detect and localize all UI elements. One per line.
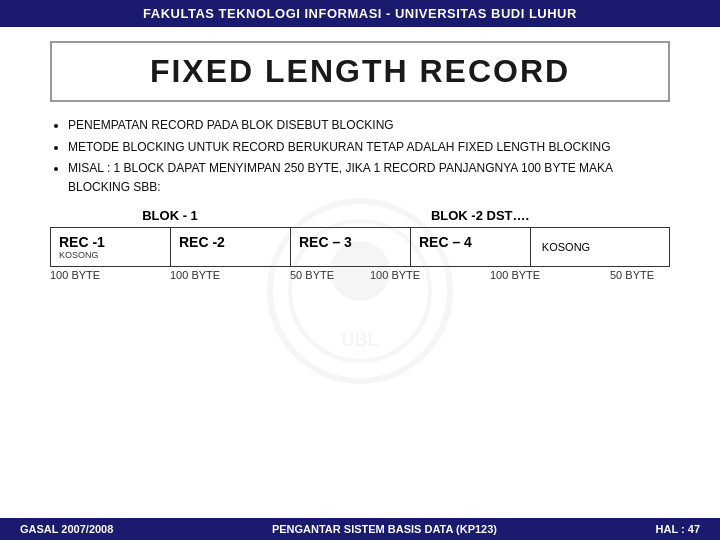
byte-cell-5: 100 BYTE bbox=[490, 269, 610, 281]
blok2-label: BLOK -2 DST…. bbox=[290, 208, 670, 223]
byte-row: 100 BYTE 100 BYTE 50 BYTE 100 BYTE 100 B… bbox=[50, 269, 670, 281]
byte-cell-3: 50 BYTE bbox=[290, 269, 370, 281]
page-footer: GASAL 2007/2008 PENGANTAR SISTEM BASIS D… bbox=[0, 518, 720, 540]
rec-cell-3: REC – 3 bbox=[291, 228, 411, 266]
bullet-section: PENEMPATAN RECORD PADA BLOK DISEBUT BLOC… bbox=[50, 116, 670, 196]
byte-cell-1: 100 BYTE bbox=[50, 269, 170, 281]
main-content: UBL FIXED LENGTH RECORD PENEMPATAN RECOR… bbox=[0, 41, 720, 281]
rec-cell-4: REC – 4 bbox=[411, 228, 531, 266]
blok1-label: BLOK - 1 bbox=[50, 208, 290, 223]
rec-cell-2: REC -2 bbox=[171, 228, 291, 266]
footer-left: GASAL 2007/2008 bbox=[20, 523, 113, 535]
block-labels-row: BLOK - 1 BLOK -2 DST…. bbox=[50, 208, 670, 223]
bullet-item-3: MISAL : 1 BLOCK DAPAT MENYIMPAN 250 BYTE… bbox=[68, 159, 670, 196]
rec-cell-kosong: KOSONG bbox=[531, 228, 601, 266]
university-title: FAKULTAS TEKNOLOGI INFORMASI - UNIVERSIT… bbox=[143, 6, 577, 21]
records-table: REC -1 KOSONG REC -2 REC – 3 REC – 4 KOS… bbox=[50, 227, 670, 267]
rec-cell-1: REC -1 KOSONG bbox=[51, 228, 171, 266]
footer-right: HAL : 47 bbox=[656, 523, 700, 535]
records-row: REC -1 KOSONG REC -2 REC – 3 REC – 4 KOS… bbox=[50, 227, 670, 267]
byte-cell-2: 100 BYTE bbox=[170, 269, 290, 281]
title-box: FIXED LENGTH RECORD bbox=[50, 41, 670, 102]
page-title: FIXED LENGTH RECORD bbox=[150, 53, 570, 89]
page-header: FAKULTAS TEKNOLOGI INFORMASI - UNIVERSIT… bbox=[0, 0, 720, 27]
bullet-item-2: METODE BLOCKING UNTUK RECORD BERUKURAN T… bbox=[68, 138, 670, 157]
byte-cell-4: 100 BYTE bbox=[370, 269, 490, 281]
byte-cell-6: 50 BYTE bbox=[610, 269, 680, 281]
footer-center: PENGANTAR SISTEM BASIS DATA (KP123) bbox=[272, 523, 497, 535]
bullet-item-1: PENEMPATAN RECORD PADA BLOK DISEBUT BLOC… bbox=[68, 116, 670, 135]
svg-text:UBL: UBL bbox=[342, 330, 379, 350]
